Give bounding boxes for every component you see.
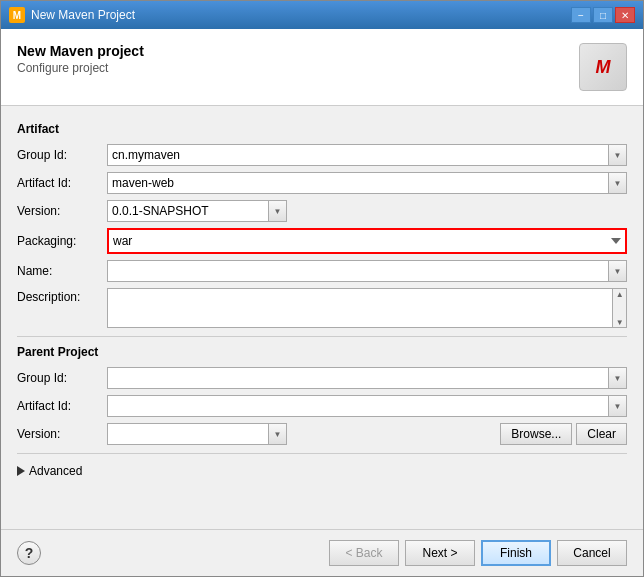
maximize-button[interactable]: □ <box>593 7 613 23</box>
version-row: Version: <box>17 200 627 222</box>
window: M New Maven Project − □ ✕ New Maven proj… <box>0 0 644 577</box>
name-field-wrapper <box>107 260 627 282</box>
artifact-id-dropdown-arrow[interactable] <box>608 173 626 193</box>
titlebar: M New Maven Project − □ ✕ <box>1 1 643 29</box>
scroll-track <box>613 299 626 317</box>
group-id-label: Group Id: <box>17 148 107 162</box>
finish-button[interactable]: Finish <box>481 540 551 566</box>
window-icon: M <box>9 7 25 23</box>
packaging-label: Packaging: <box>17 234 107 248</box>
artifact-id-input[interactable] <box>108 173 608 193</box>
name-dropdown-arrow[interactable] <box>608 261 626 281</box>
close-button[interactable]: ✕ <box>615 7 635 23</box>
parent-artifact-id-wrapper <box>107 395 627 417</box>
scroll-up-arrow[interactable]: ▲ <box>613 289 626 299</box>
artifact-id-row: Artifact Id: <box>17 172 627 194</box>
parent-artifact-id-label: Artifact Id: <box>17 399 107 413</box>
window-title: New Maven Project <box>31 8 135 22</box>
parent-artifact-id-dropdown-arrow[interactable] <box>608 396 626 416</box>
advanced-triangle-icon <box>17 466 25 476</box>
name-row: Name: <box>17 260 627 282</box>
parent-group-id-input[interactable] <box>108 368 608 388</box>
minimize-button[interactable]: − <box>571 7 591 23</box>
parent-group-id-label: Group Id: <box>17 371 107 385</box>
parent-artifact-id-input[interactable] <box>108 396 608 416</box>
browse-clear-buttons: Browse... Clear <box>500 423 627 445</box>
artifact-section-label: Artifact <box>17 122 627 136</box>
advanced-row[interactable]: Advanced <box>17 462 627 480</box>
packaging-row: Packaging: war jar pom ear <box>17 228 627 254</box>
parent-version-row: Version: Browse... Clear <box>17 423 627 445</box>
browse-button[interactable]: Browse... <box>500 423 572 445</box>
description-input[interactable] <box>107 288 613 328</box>
parent-section-label: Parent Project <box>17 345 627 359</box>
parent-version-input-wrapper <box>107 423 287 445</box>
footer: ? < Back Next > Finish Cancel <box>1 529 643 576</box>
page-header: New Maven project Configure project M <box>1 29 643 106</box>
header-text: New Maven project Configure project <box>17 43 144 75</box>
page-title: New Maven project <box>17 43 144 59</box>
group-id-row: Group Id: <box>17 144 627 166</box>
parent-group-id-wrapper <box>107 367 627 389</box>
version-input[interactable] <box>108 201 268 221</box>
group-id-field-wrapper <box>107 144 627 166</box>
next-button[interactable]: Next > <box>405 540 475 566</box>
packaging-select[interactable]: war jar pom ear <box>109 230 625 252</box>
parent-version-input[interactable] <box>108 424 268 444</box>
form-area: Artifact Group Id: Artifact Id: Versi <box>1 106 643 529</box>
advanced-label: Advanced <box>29 464 82 478</box>
group-id-dropdown-arrow[interactable] <box>608 145 626 165</box>
description-scrollbar[interactable]: ▲ ▼ <box>613 288 627 328</box>
group-id-input[interactable] <box>108 145 608 165</box>
version-dropdown-arrow[interactable] <box>268 201 286 221</box>
artifact-id-label: Artifact Id: <box>17 176 107 190</box>
description-wrapper: ▲ ▼ <box>107 288 627 328</box>
artifact-id-field-wrapper <box>107 172 627 194</box>
maven-logo: M <box>579 43 627 91</box>
back-button[interactable]: < Back <box>329 540 399 566</box>
titlebar-left: M New Maven Project <box>9 7 135 23</box>
separator-2 <box>17 453 627 454</box>
name-label: Name: <box>17 264 107 278</box>
content: New Maven project Configure project M Ar… <box>1 29 643 576</box>
clear-button[interactable]: Clear <box>576 423 627 445</box>
description-row: Description: ▲ ▼ <box>17 288 627 328</box>
parent-version-label: Version: <box>17 427 107 441</box>
help-button[interactable]: ? <box>17 541 41 565</box>
scroll-down-arrow[interactable]: ▼ <box>613 317 626 327</box>
parent-group-id-dropdown-arrow[interactable] <box>608 368 626 388</box>
cancel-button[interactable]: Cancel <box>557 540 627 566</box>
packaging-select-wrapper: war jar pom ear <box>107 228 627 254</box>
name-input[interactable] <box>108 261 608 281</box>
footer-right: < Back Next > Finish Cancel <box>329 540 627 566</box>
page-subtitle: Configure project <box>17 61 144 75</box>
parent-group-id-row: Group Id: <box>17 367 627 389</box>
parent-version-dropdown-arrow[interactable] <box>268 424 286 444</box>
description-label: Description: <box>17 288 107 304</box>
separator-1 <box>17 336 627 337</box>
titlebar-controls: − □ ✕ <box>571 7 635 23</box>
footer-left: ? <box>17 541 41 565</box>
version-label: Version: <box>17 204 107 218</box>
parent-artifact-id-row: Artifact Id: <box>17 395 627 417</box>
